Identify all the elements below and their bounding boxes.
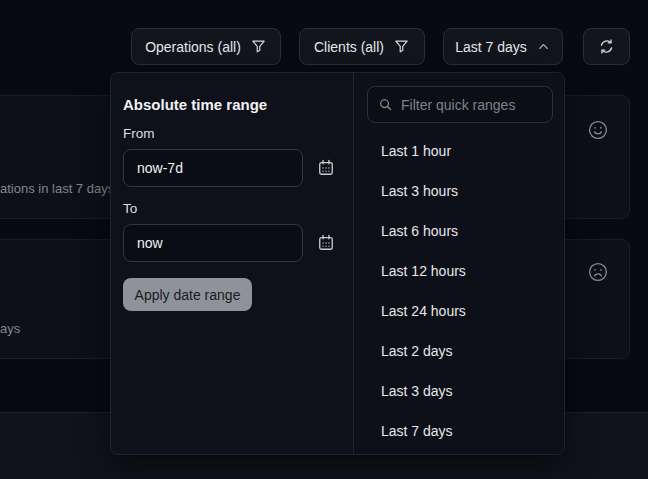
quick-ranges-list: Last 1 hour Last 3 hours Last 6 hours La…: [354, 131, 564, 451]
quick-ranges-section: Last 1 hour Last 3 hours Last 6 hours La…: [354, 73, 564, 454]
refresh-button[interactable]: [583, 28, 630, 65]
filter-quick-ranges-input[interactable]: [401, 97, 542, 113]
quick-range-last-7-days[interactable]: Last 7 days: [354, 411, 564, 451]
quick-range-last-24-hours[interactable]: Last 24 hours: [354, 291, 564, 331]
search-icon: [378, 97, 393, 112]
to-label: To: [123, 201, 137, 216]
clients-filter-label: Clients (all): [314, 39, 384, 55]
background-text-fragment-2: ays: [0, 321, 20, 336]
operations-filter-button[interactable]: Operations (all): [131, 28, 281, 65]
from-label: From: [123, 126, 155, 141]
clients-filter-button[interactable]: Clients (all): [299, 28, 425, 65]
operations-filter-label: Operations (all): [145, 39, 241, 55]
time-range-button[interactable]: Last 7 days: [443, 28, 563, 65]
chevron-up-icon: [536, 39, 551, 54]
filter-funnel-icon: [393, 38, 410, 55]
quick-range-last-6-hours[interactable]: Last 6 hours: [354, 211, 564, 251]
refresh-icon: [598, 38, 615, 55]
calendar-icon: [316, 233, 336, 253]
time-picker-dropdown: Absolute time range From: [110, 72, 565, 455]
quick-ranges-search: [367, 86, 553, 123]
quick-range-last-3-hours[interactable]: Last 3 hours: [354, 171, 564, 211]
quick-range-last-1-hour[interactable]: Last 1 hour: [354, 131, 564, 171]
absolute-time-range-title: Absolute time range: [123, 96, 267, 113]
quick-range-last-2-days[interactable]: Last 2 days: [354, 331, 564, 371]
sad-face-icon: [587, 261, 609, 283]
from-field-row: [123, 149, 338, 187]
to-field-row: [123, 224, 338, 262]
dashboard-screen: ations in last 7 days ays Operations (al…: [0, 0, 648, 479]
calendar-icon: [316, 158, 336, 178]
time-range-label: Last 7 days: [455, 39, 527, 55]
quick-range-last-12-hours[interactable]: Last 12 hours: [354, 251, 564, 291]
apply-date-range-button[interactable]: Apply date range: [123, 278, 252, 311]
to-calendar-button[interactable]: [316, 232, 338, 254]
to-input[interactable]: [123, 224, 303, 262]
from-calendar-button[interactable]: [316, 157, 338, 179]
from-input[interactable]: [123, 149, 303, 187]
background-text-fragment-1: ations in last 7 days: [0, 181, 114, 196]
quick-range-last-3-days[interactable]: Last 3 days: [354, 371, 564, 411]
absolute-time-range-section: Absolute time range From: [111, 73, 354, 454]
happy-face-icon: [587, 119, 609, 141]
filter-funnel-icon: [250, 38, 267, 55]
